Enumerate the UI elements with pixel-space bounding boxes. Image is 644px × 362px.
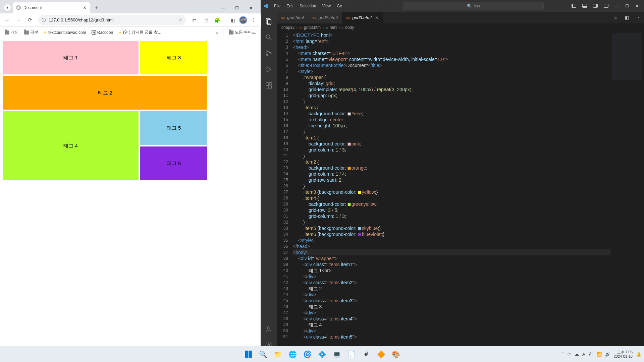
vscode-minimize-button[interactable]: — [612, 1, 622, 11]
chrome-toolbar: ← → ⟳ ⓘ 127.0.0.1:5500/chap12/grid3.html… [0, 13, 261, 27]
layout-customize-icon[interactable] [601, 1, 611, 11]
menu-go[interactable]: Go [334, 2, 345, 10]
edge-icon[interactable]: 🌀 [301, 348, 314, 361]
start-button[interactable] [241, 348, 255, 361]
chrome-tabbar: ▾ Document ✕ ＋ — ☐ ✕ [0, 0, 261, 13]
bookmark-textcount[interactable]: ★textcount.sawoo.com [42, 29, 88, 36]
chrome-icon[interactable]: 🌐 [286, 348, 299, 361]
layout-left-icon[interactable] [569, 1, 579, 11]
file-explorer-icon[interactable]: 📁 [271, 348, 284, 361]
layout-right-icon[interactable] [590, 1, 600, 11]
window-maximize-button[interactable]: ☐ [230, 3, 244, 13]
command-center-search[interactable]: 🔍 css [403, 2, 544, 10]
vscode-maximize-button[interactable]: ☐ [622, 1, 632, 11]
star-icon: ★ [118, 30, 122, 35]
new-tab-button[interactable]: ＋ [92, 3, 101, 12]
search-icon[interactable] [261, 31, 277, 44]
bookmark-star-icon[interactable]: ☆ [178, 17, 182, 22]
slack-icon[interactable]: ＃ [360, 348, 373, 361]
share-icon[interactable]: ⇄ [189, 15, 199, 25]
vscode-close-button[interactable]: ✕ [632, 1, 642, 11]
editor-tab-grid[interactable]: <>grid.html [277, 12, 308, 23]
html-file-icon: <> [346, 16, 351, 20]
nav-back-button[interactable]: ← [2, 15, 12, 25]
volume-icon[interactable]: 🔊 [605, 352, 610, 357]
taskbar-search-icon[interactable]: 🔍 [256, 348, 270, 361]
chrome-menu-icon[interactable]: ⋮ [249, 15, 259, 25]
source-control-icon[interactable] [261, 47, 277, 60]
svg-rect-1 [267, 19, 271, 24]
tab-search-dropdown[interactable]: ▾ [4, 4, 11, 11]
nav-forward-button[interactable]: → [13, 15, 23, 25]
editor-column: <>grid.html <>grid2.html <>grid3.html✕ ▷… [277, 12, 644, 355]
grid-item-3: 태그 3 [140, 41, 207, 74]
run-file-icon[interactable]: ▷ [610, 12, 621, 23]
clock[interactable]: 오후 7:06 2024-01-10 [614, 350, 633, 359]
bookmarks-bar: 개인 공부 ★textcount.sawoo.com NRaccoon ★(9+… [0, 27, 261, 38]
tab-close-icon[interactable]: ✕ [83, 5, 87, 10]
vscode-titlebar: File Edit Selection View Go ⋯ ← → 🔍 css … [261, 0, 644, 12]
line-numbers: 1234567891011121314151617181920212223242… [277, 32, 293, 355]
browser-tab-active[interactable]: Document ✕ [13, 2, 90, 13]
titlebar-nav-back[interactable]: ← [379, 3, 387, 9]
svg-point-2 [266, 35, 270, 39]
translate-icon[interactable]: 🀄︎ [201, 15, 211, 25]
layout-bottom-icon[interactable] [580, 1, 590, 11]
tab-close-icon[interactable]: ✕ [375, 15, 378, 20]
tray-chevron-icon[interactable]: ˄ [562, 352, 564, 357]
folder-icon [24, 31, 29, 35]
app-icon[interactable]: 💠 [315, 348, 329, 361]
url-bar[interactable]: ⓘ 127.0.0.1:5500/chap12/grid3.html ☆ [38, 15, 186, 25]
menu-selection[interactable]: Selection [297, 2, 319, 10]
tab-title: Document [23, 5, 80, 10]
notion-icon: N [92, 30, 96, 35]
window-minimize-button[interactable]: — [216, 3, 230, 13]
ime-han-icon[interactable]: 한 [589, 351, 593, 357]
ime-a-icon[interactable]: A [582, 352, 585, 357]
code-content[interactable]: <!DOCTYPE html><html lang="en"><head> <m… [293, 32, 610, 355]
globe-icon [16, 5, 21, 10]
star-icon: ★ [44, 30, 47, 35]
titlebar-nav-forward[interactable]: → [391, 3, 399, 9]
folder-icon [5, 31, 9, 35]
profile-avatar[interactable]: 지현 [239, 16, 247, 24]
nav-reload-button[interactable]: ⟳ [25, 15, 35, 25]
notion-icon[interactable]: 📄 [345, 348, 358, 361]
onedrive-icon[interactable]: ⟳ [568, 352, 571, 357]
bookmark-folder-share[interactable]: 공부 [22, 28, 40, 37]
extensions-icon[interactable] [261, 79, 277, 92]
run-debug-icon[interactable] [261, 63, 277, 76]
menu-file[interactable]: File [271, 2, 283, 10]
minimap[interactable] [610, 32, 644, 355]
html-file-icon: <> [299, 26, 303, 29]
bookmarks-overflow-button[interactable]: » [215, 30, 220, 35]
bookmark-all[interactable]: 모든 북마크 [227, 28, 258, 37]
editor-tab-grid3[interactable]: <>grid3.html✕ [342, 12, 383, 23]
breadcrumb[interactable]: chap12 › <> grid3.html › ◇ html › ◇ body [277, 23, 644, 32]
vscode-taskbar-icon[interactable]: 💻 [330, 348, 343, 361]
bookmark-raccoon[interactable]: NRaccoon [90, 29, 115, 36]
grid-item-5: 태그 5 [140, 111, 207, 145]
svg-rect-0 [266, 18, 270, 23]
menu-view[interactable]: View [319, 2, 333, 10]
explorer-icon[interactable] [261, 14, 277, 28]
window-close-button[interactable]: ✕ [244, 3, 258, 13]
code-editor[interactable]: 1234567891011121314151617181920212223242… [277, 32, 644, 355]
paint-icon[interactable]: 🎨 [389, 348, 402, 361]
side-panel-icon[interactable]: ◧ [228, 15, 238, 25]
notifications-bell-icon[interactable]: 🔔 [636, 352, 641, 357]
editor-more-icon[interactable]: ⋯ [633, 12, 644, 23]
editor-tab-grid2[interactable]: <>grid2.html [308, 12, 342, 23]
menu-overflow[interactable]: ⋯ [345, 2, 354, 10]
bookmark-dream[interactable]: ★(9+) 장지현 꿈을 찾... [116, 28, 163, 37]
bookmark-folder-personal[interactable]: 개인 [3, 28, 21, 37]
cloud-icon[interactable]: ☁ [575, 352, 579, 357]
network-icon[interactable]: 📶 [596, 352, 602, 357]
site-info-icon[interactable]: ⓘ [42, 17, 46, 23]
account-icon[interactable] [261, 322, 277, 336]
menu-edit[interactable]: Edit [284, 2, 296, 10]
split-editor-icon[interactable]: ◧ [621, 12, 633, 23]
app-icon-2[interactable]: 🔶 [374, 348, 388, 361]
activity-bar [261, 12, 277, 355]
extensions-icon[interactable]: 🧩 [212, 15, 222, 25]
